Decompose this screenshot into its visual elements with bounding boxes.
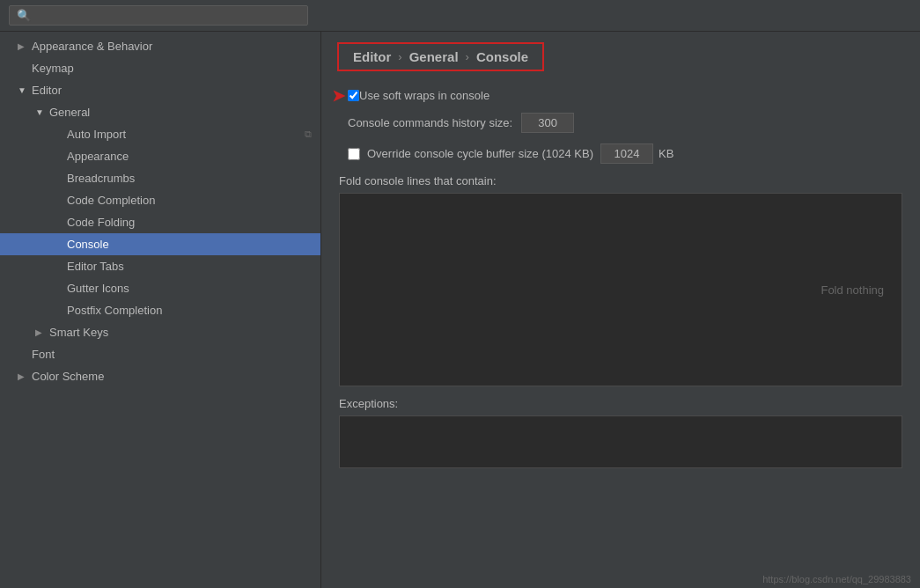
arrow-icon: ▶ (35, 327, 44, 337)
arrow-placeholder (53, 195, 62, 205)
buffer-size-input[interactable] (600, 143, 653, 164)
arrow-placeholder (53, 239, 62, 249)
sidebar-item-appearance-behavior[interactable]: ▶ Appearance & Behavior (0, 35, 320, 57)
sidebar-label: Font (32, 348, 55, 361)
arrow-placeholder (18, 349, 26, 359)
soft-wraps-text: Use soft wraps in console (359, 89, 489, 102)
sidebar-item-general[interactable]: ▼ General (0, 101, 320, 123)
sidebar-item-auto-import[interactable]: Auto Import ⧉ (0, 123, 320, 145)
breadcrumb-console: Console (476, 49, 528, 64)
override-buffer-label[interactable]: Override console cycle buffer size (1024… (348, 147, 593, 160)
sidebar-label: Smart Keys (49, 326, 108, 339)
override-buffer-row: Override console cycle buffer size (1024… (348, 143, 902, 164)
copy-icon: ⧉ (305, 129, 312, 140)
sidebar-label: Editor Tabs (67, 260, 124, 273)
breadcrumb-sep-1: › (398, 50, 401, 63)
arrow-icon: ▼ (18, 85, 26, 95)
sidebar-item-keymap[interactable]: Keymap (0, 57, 320, 79)
soft-wraps-label[interactable]: Use soft wraps in console (348, 89, 489, 102)
sidebar-item-editor[interactable]: ▼ Editor (0, 79, 320, 101)
soft-wraps-checkbox[interactable] (348, 90, 359, 101)
fold-lines-label: Fold console lines that contain: (339, 174, 902, 187)
breadcrumb-sep-2: › (466, 50, 469, 63)
footer: https://blog.csdn.net/qq_29983883 (321, 570, 920, 588)
sidebar-item-postfix-completion[interactable]: Postfix Completion (0, 299, 320, 321)
sidebar-item-breadcrumbs[interactable]: Breadcrumbs (0, 167, 320, 189)
sidebar-label: Color Scheme (32, 370, 104, 383)
history-label: Console commands history size: (348, 116, 512, 129)
buffer-unit: KB (659, 147, 673, 160)
sidebar-label: Postfix Completion (67, 304, 162, 317)
sidebar-item-gutter-icons[interactable]: Gutter Icons (0, 277, 320, 299)
arrow-placeholder (53, 305, 62, 315)
sidebar-label: General (49, 106, 90, 119)
arrow-placeholder (53, 129, 62, 139)
sidebar-label: Auto Import (67, 128, 126, 141)
exceptions-label: Exceptions: (339, 397, 902, 410)
sidebar-item-console[interactable]: Console (0, 233, 320, 255)
console-history-row: Console commands history size: (348, 113, 902, 133)
sidebar-item-color-scheme[interactable]: ▶ Color Scheme (0, 365, 320, 387)
arrow-placeholder (53, 173, 62, 183)
search-bar (0, 0, 920, 32)
sidebar-item-code-completion[interactable]: Code Completion (0, 189, 320, 211)
arrow-icon: ▶ (18, 371, 26, 381)
sidebar-item-smart-keys[interactable]: ▶ Smart Keys (0, 321, 320, 343)
sidebar-label: Keymap (32, 62, 74, 75)
sidebar-item-appearance[interactable]: Appearance (0, 145, 320, 167)
arrow-icon: ▶ (18, 41, 26, 51)
sidebar-label: Breadcrumbs (67, 172, 135, 185)
arrow-placeholder (53, 261, 62, 271)
override-buffer-text: Override console cycle buffer size (1024… (367, 147, 593, 160)
breadcrumb-general: General (409, 49, 459, 64)
sidebar-label: Appearance & Behavior (32, 40, 152, 53)
arrow-placeholder (53, 151, 62, 161)
sidebar-item-code-folding[interactable]: Code Folding (0, 211, 320, 233)
arrow-placeholder (18, 63, 26, 73)
fold-area: Fold nothing (339, 193, 902, 386)
sidebar: ▶ Appearance & Behavior Keymap ▼ Editor … (0, 32, 321, 588)
fold-section: Fold console lines that contain: Fold no… (339, 174, 902, 386)
exceptions-area (339, 415, 902, 468)
override-buffer-checkbox[interactable] (348, 148, 360, 160)
fold-nothing-text: Fold nothing (821, 283, 884, 297)
main-content: ▶ Appearance & Behavior Keymap ▼ Editor … (0, 32, 920, 588)
sidebar-label: Gutter Icons (67, 282, 129, 295)
sidebar-label: Appearance (67, 150, 129, 163)
arrow-icon: ▼ (35, 107, 44, 117)
arrow-placeholder (53, 217, 62, 227)
breadcrumb-header: Editor › General › Console (337, 42, 544, 71)
breadcrumb-editor: Editor (353, 49, 391, 64)
search-input[interactable] (9, 5, 308, 26)
sidebar-item-editor-tabs[interactable]: Editor Tabs (0, 255, 320, 277)
sidebar-label: Code Completion (67, 194, 155, 207)
history-size-input[interactable] (521, 113, 574, 133)
right-panel: Editor › General › Console ➤ Use soft wr… (321, 32, 920, 588)
exceptions-section: Exceptions: (339, 397, 902, 468)
sidebar-label: Editor (32, 84, 62, 97)
sidebar-item-font[interactable]: Font (0, 343, 320, 365)
annotation-arrow: ➤ (332, 87, 345, 105)
sidebar-label: Code Folding (67, 216, 135, 229)
settings-content: ➤ Use soft wraps in console Console comm… (321, 80, 920, 570)
arrow-placeholder (53, 283, 62, 293)
footer-url: https://blog.csdn.net/qq_29983883 (762, 574, 911, 584)
sidebar-label: Console (67, 238, 109, 251)
